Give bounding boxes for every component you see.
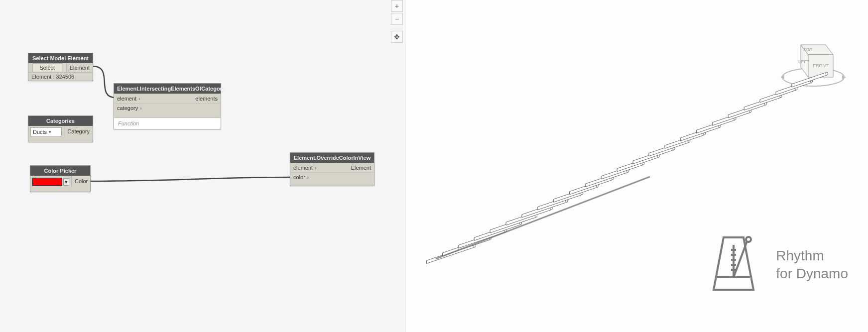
select-button[interactable]: Select: [32, 63, 63, 72]
node-footer-text: Function: [114, 117, 221, 129]
output-port-color[interactable]: Color: [72, 176, 91, 188]
dynamo-canvas[interactable]: + − ✥ Select Model Element Select Elemen…: [0, 0, 405, 332]
node-select-model-element[interactable]: Select Model Element Select Element Elem…: [28, 53, 93, 81]
input-port-element[interactable]: element: [117, 96, 136, 102]
swatch-dropdown-icon[interactable]: ▾: [63, 178, 69, 186]
node-title: Element.IntersectingElementsOfCategory: [114, 84, 221, 94]
node-title: Select Model Element: [28, 53, 93, 63]
pan-button[interactable]: ✥: [391, 31, 403, 43]
input-port-element[interactable]: element: [293, 165, 313, 171]
revit-3d-view[interactable]: TOP LEFT FRONT: [406, 0, 868, 332]
node-override-color[interactable]: Element.OverrideColorInView element › El…: [290, 152, 374, 186]
node-title: Categories: [28, 116, 93, 126]
node-color-picker[interactable]: Color Picker ▾ Color: [30, 165, 91, 192]
input-port-color[interactable]: color: [293, 174, 305, 180]
chevron-right-icon: ›: [138, 96, 140, 102]
zoom-in-button[interactable]: +: [391, 0, 403, 12]
chevron-right-icon: ›: [307, 175, 309, 180]
output-port-element[interactable]: Element: [67, 63, 93, 72]
node-categories[interactable]: Categories Ducts ▾ Category: [28, 115, 93, 142]
output-port-category[interactable]: Category: [64, 126, 93, 138]
input-port-category[interactable]: category: [117, 105, 138, 111]
chevron-right-icon: ›: [140, 106, 141, 111]
zoom-controls: + − ✥: [391, 0, 403, 43]
categories-dropdown[interactable]: Ducts ▾: [30, 127, 62, 136]
node-status-text: Element : 324506: [28, 73, 93, 81]
zoom-out-button[interactable]: −: [391, 13, 403, 25]
chevron-right-icon: ›: [315, 165, 316, 171]
node-title: Color Picker: [30, 166, 90, 176]
viewcube-left-label: LEFT: [798, 59, 810, 64]
node-intersecting-elements[interactable]: Element.IntersectingElementsOfCategory e…: [114, 83, 221, 129]
viewcube-top-label: TOP: [802, 47, 813, 52]
chevron-down-icon: ▾: [49, 129, 51, 134]
dropdown-value: Ducts: [33, 129, 47, 135]
svg-point-34: [746, 237, 751, 242]
logo-line1: Rhythm: [776, 247, 848, 265]
logo-line2: for Dynamo: [776, 265, 848, 283]
node-title: Element.OverrideColorInView: [290, 153, 374, 163]
output-port-elements[interactable]: elements: [195, 96, 218, 102]
rhythm-logo: Rhythm for Dynamo: [706, 232, 848, 297]
color-swatch[interactable]: [32, 178, 62, 186]
output-port-element[interactable]: Element: [351, 165, 371, 171]
svg-point-29: [826, 72, 828, 75]
